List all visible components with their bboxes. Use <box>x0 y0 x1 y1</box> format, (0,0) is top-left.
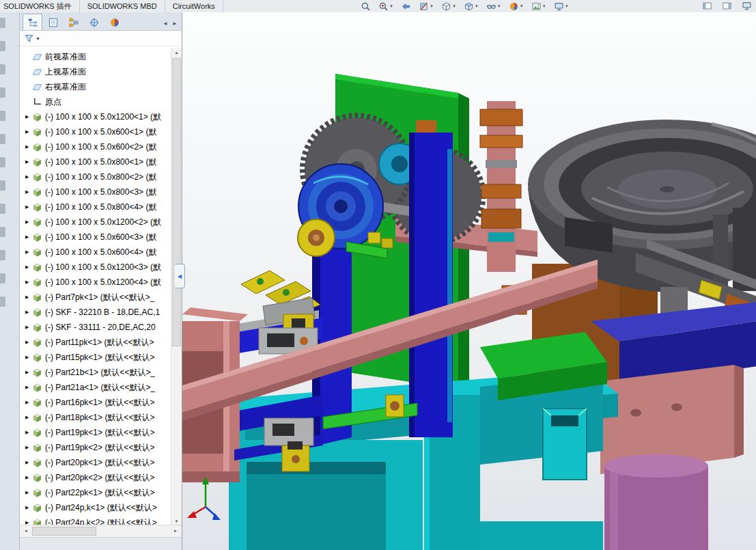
graphics-viewport[interactable] <box>182 12 756 550</box>
expand-arrow-icon[interactable]: ▶ <box>25 325 32 330</box>
bearing-housing[interactable] <box>480 101 527 314</box>
tree-item[interactable]: ▶ (-) Part20pk<1> (默认<<默认> <box>20 455 182 470</box>
filter-funnel-icon[interactable] <box>24 33 34 44</box>
dropdown-caret-icon[interactable]: ▼ <box>389 4 393 8</box>
tree-item[interactable]: ▶ (-) 100 x 100 x 5.0x800<1> (默 <box>20 154 182 169</box>
docked-toolbar-icon[interactable] <box>0 41 5 51</box>
tree-item[interactable]: ▶ 原点 <box>20 94 182 109</box>
tree-item[interactable]: ▶ (-) 100 x 100 x 5.0x800<2> (默 <box>20 169 182 184</box>
tree-item[interactable]: ▶ (-) Part21a<1> (默认<<默认>_ <box>20 380 182 395</box>
zoom-to-fit-button[interactable] <box>361 1 371 12</box>
edit-appearance-button[interactable]: ▼ <box>509 1 524 12</box>
docked-toolbar-icon[interactable] <box>0 87 5 98</box>
expand-arrow-icon[interactable]: ▶ <box>25 430 32 435</box>
tab-scroll-left-button[interactable]: ◄ <box>161 19 169 28</box>
docked-toolbar-icon[interactable] <box>0 134 5 144</box>
tree-item[interactable]: ▶ (-) Part24p,k<1> (默认<<默认> <box>20 500 182 515</box>
expand-arrow-icon[interactable]: ▶ <box>25 219 32 225</box>
zoom-to-area-button[interactable]: ▼ <box>378 1 393 12</box>
previous-view-button[interactable] <box>401 1 411 12</box>
view-orientation-button[interactable]: ▼ <box>441 1 456 12</box>
expand-arrow-icon[interactable]: ▶ <box>25 520 32 525</box>
expand-arrow-icon[interactable]: ▶ <box>25 460 32 465</box>
tree-item[interactable]: ▶ (-) 100 x 100 x 5.0x1200<4> (默 <box>20 275 182 290</box>
expand-arrow-icon[interactable]: ▶ <box>25 174 32 180</box>
tree-item[interactable]: ▶ 上视基准面 <box>20 64 182 79</box>
expand-arrow-icon[interactable]: ▶ <box>25 445 32 450</box>
tree-item[interactable]: ▶ (-) Part15pk<1> (默认<<默认> <box>20 350 182 365</box>
tab-displaymanager[interactable] <box>104 14 124 30</box>
expand-arrow-icon[interactable]: ▶ <box>25 475 32 480</box>
tree-item[interactable]: ▶ (-) Part21b<1> (默认<<默认>_ <box>20 365 182 380</box>
panel-collapse-handle[interactable]: ◀ <box>175 264 185 288</box>
tree-item[interactable]: ▶ (-) Part11pk<1> (默认<<默认> <box>20 335 182 350</box>
tree-item[interactable]: ▶ (-) Part18pk<1> (默认<<默认> <box>20 410 182 425</box>
expand-arrow-icon[interactable]: ▶ <box>25 129 32 135</box>
tree-item[interactable]: ▶ (-) SKF - 32210 B - 18,DE,AC,1 <box>20 305 182 320</box>
expand-arrow-icon[interactable]: ▶ <box>25 400 32 405</box>
menu-tab[interactable]: SOLIDWORKS 插件 <box>0 0 80 12</box>
expand-arrow-icon[interactable]: ▶ <box>25 490 32 495</box>
tree-item[interactable]: ▶ (-) 100 x 100 x 5.0x600<3> (默 <box>20 230 182 245</box>
viewport-3d-model[interactable] <box>182 12 756 550</box>
expand-arrow-icon[interactable]: ▶ <box>25 355 32 360</box>
tab-featuremanager-tree[interactable] <box>23 14 42 30</box>
docked-toolbar-icon[interactable] <box>0 157 5 167</box>
tree-item[interactable]: ▶ (-) 100 x 100 x 5.0x600<1> (默 <box>20 124 182 139</box>
tree-item[interactable]: ▶ (-) 100 x 100 x 5.0x800<3> (默 <box>20 184 182 200</box>
tree-item[interactable]: ▶ (-) SKF - 33111 - 20,DE,AC,20 <box>20 320 182 335</box>
expand-arrow-icon[interactable]: ▶ <box>25 204 32 210</box>
expand-arrow-icon[interactable]: ▶ <box>25 310 32 315</box>
tree-item[interactable]: ▶ (-) 100 x 100 x 5.0x600<2> (默 <box>20 139 182 154</box>
expand-arrow-icon[interactable]: ▶ <box>25 264 32 270</box>
tab-scroll-right-button[interactable]: ► <box>171 19 179 28</box>
expand-arrow-icon[interactable]: ▶ <box>25 385 32 390</box>
tree-item[interactable]: ▶ (-) 100 x 100 x 5.0x1200<1> (默 <box>20 109 182 124</box>
expand-arrow-icon[interactable]: ▶ <box>25 189 32 195</box>
expand-arrow-icon[interactable]: ▶ <box>25 159 32 165</box>
hide-show-items-button[interactable]: ▼ <box>486 1 501 12</box>
expand-arrow-icon[interactable]: ▶ <box>25 294 32 300</box>
docked-toolbar-icon[interactable] <box>0 273 5 284</box>
tree-item[interactable]: ▶ (-) 100 x 100 x 5.0x1200<3> (默 <box>20 260 182 275</box>
scroll-up-arrow[interactable]: ▲ <box>171 48 182 57</box>
tree-item[interactable]: ▶ (-) Part16pk<1> (默认<<默认> <box>20 395 182 410</box>
tree-item[interactable]: ▶ (-) Part20pk<2> (默认<<默认> <box>20 470 182 485</box>
tab-dimxpertmanager[interactable] <box>84 14 104 30</box>
docked-toolbar-icon[interactable] <box>0 180 5 191</box>
expand-arrow-icon[interactable]: ▶ <box>25 340 32 345</box>
expand-arrow-icon[interactable]: ▶ <box>25 234 32 240</box>
section-view-button[interactable]: ▼ <box>419 1 434 12</box>
docked-toolbar-icon[interactable] <box>0 18 5 28</box>
tree-item[interactable]: ▶ (-) Part24p,k<2> (默认<<默认> <box>20 515 182 525</box>
tree-item[interactable]: ▶ 前视基准面 <box>20 49 182 64</box>
tree-item[interactable]: ▶ (-) Part19pk<1> (默认<<默认> <box>20 425 182 440</box>
tab-configurationmanager[interactable] <box>64 14 83 30</box>
tree-item[interactable]: ▶ (-) Part19pk<2> (默认<<默认> <box>20 440 182 455</box>
tree-item[interactable]: ▶ (-) Part22pk<1> (默认<<默认> <box>20 485 182 500</box>
view-settings-button[interactable]: ▼ <box>554 1 569 12</box>
tree-item[interactable]: ▶ (-) 100 x 100 x 5.0x600<4> (默 <box>20 245 182 260</box>
tree-item[interactable]: ▶ (-) Part7pk<1> (默认<<默认>_ <box>20 290 182 305</box>
tree-horizontal-scrollbar[interactable]: ◄ ► <box>20 525 182 537</box>
dropdown-caret-icon[interactable]: ▼ <box>452 4 456 8</box>
expand-arrow-icon[interactable]: ▶ <box>25 144 32 150</box>
tree-item[interactable]: ▶ (-) 100 x 100 x 5.0x1200<2> (默 <box>20 215 182 230</box>
display-style-button[interactable]: ▼ <box>464 1 479 12</box>
pane-right-button[interactable] <box>722 1 732 11</box>
dropdown-caret-icon[interactable]: ▼ <box>542 4 546 8</box>
filter-dropdown-caret[interactable]: ▼ <box>36 36 40 41</box>
docked-toolbar-icon[interactable] <box>0 204 5 214</box>
display-monitor-button[interactable] <box>742 1 752 11</box>
vertical-scroll-thumb[interactable] <box>172 58 181 346</box>
dropdown-caret-icon[interactable]: ▼ <box>430 4 434 8</box>
tree-item[interactable]: ▶ (-) 100 x 100 x 5.0x800<4> (默 <box>20 200 182 215</box>
docked-toolbar-icon[interactable] <box>0 111 5 121</box>
expand-arrow-icon[interactable]: ▶ <box>25 279 32 285</box>
dropdown-caret-icon[interactable]: ▼ <box>497 4 501 8</box>
menu-tab[interactable]: SOLIDWORKS MBD <box>80 0 165 12</box>
tab-propertymanager[interactable] <box>43 14 63 30</box>
pane-left-button[interactable] <box>702 1 712 11</box>
dropdown-caret-icon[interactable]: ▼ <box>565 4 569 8</box>
expand-arrow-icon[interactable]: ▶ <box>25 370 32 375</box>
